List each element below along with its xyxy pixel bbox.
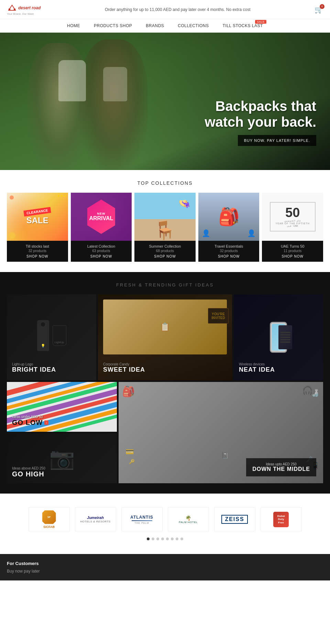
collection-card-arrival[interactable]: NEW ARRIVAL Latest Collection 63 product…	[71, 193, 132, 262]
collection-name-travel: Travel Essentials	[202, 244, 256, 248]
nav-brands[interactable]: BRANDS	[146, 23, 164, 28]
gift-card-golow[interactable]: Ideas under AED 50 GO LOW ↓	[7, 382, 117, 432]
nav-products[interactable]: PRODUCTS SHOP	[94, 23, 132, 28]
collection-image-arrival: NEW ARRIVAL	[71, 193, 132, 241]
navigation: HOME PRODUCTS SHOP BRANDS COLLECTIONS TI…	[0, 19, 330, 33]
gift-title-candy: SWEET IDEA	[103, 366, 145, 373]
gift-ideas-title: FRESH & TRENDING GIFT IDEAS	[7, 282, 323, 287]
sale-badge: SALE	[255, 20, 266, 24]
gift-title-lightup: BRIGHT IDEA	[12, 366, 56, 373]
gift-label-gohigh: Ideas above AED 250	[12, 466, 45, 470]
brand-atlantis[interactable]: ATLANTIS THE PALM	[121, 507, 163, 531]
collections-title: TOP COLLECTIONS	[7, 180, 323, 186]
svg-rect-2	[14, 9, 15, 10]
gift-title-wireless: NEAT IDEA	[239, 366, 275, 373]
dot-2[interactable]	[152, 538, 154, 540]
footer: For Customers Buy now pay later	[0, 554, 330, 580]
gift-ideas-section: FRESH & TRENDING GIFT IDEAS 💡 LightUp Li…	[0, 272, 330, 494]
collection-info-arrival: Latest Collection 63 products SHOP NOW	[71, 241, 132, 262]
collections-grid: CLEARANCE SALE ★ ★ ★ Till stocks last 32…	[7, 193, 323, 262]
collection-count-clearance: 32 products	[10, 249, 65, 253]
collection-shop-summer[interactable]: SHOP NOW	[138, 255, 192, 258]
hero-headline: Backpacks that watch your back.	[205, 98, 316, 130]
dot-4[interactable]	[161, 538, 164, 540]
collection-name-uae: UAE Turns 50	[265, 244, 320, 248]
collection-card-clearance[interactable]: CLEARANCE SALE ★ ★ ★ Till stocks last 32…	[7, 193, 68, 262]
collection-image-clearance: CLEARANCE SALE ★ ★ ★	[7, 193, 68, 241]
collection-image-uae: 50 عام الخمسين YEAR OF THE FIFTIETH ف‌ن …	[262, 193, 323, 241]
hero-cta-button[interactable]: BUY NOW. PAY LATER! SIMPLE.	[238, 135, 316, 146]
dot-8[interactable]	[180, 538, 183, 540]
collection-info-clearance: Till stocks last 32 products SHOP NOW	[7, 241, 68, 262]
brand-carousel-dots	[7, 538, 323, 540]
collection-count-arrival: 63 products	[74, 249, 129, 253]
nav-collections[interactable]: COLLECTIONS	[178, 23, 209, 28]
hero-banner: Backpacks that watch your back. BUY NOW.…	[0, 33, 330, 170]
dot-1[interactable]	[147, 538, 150, 540]
logo-brand: desert road	[18, 5, 41, 10]
dot-7[interactable]	[176, 538, 178, 540]
gift-label-candy: Corporate Candy	[103, 362, 145, 366]
announcement-bar: Order anything for up to 11,000 AED and …	[41, 7, 315, 12]
gift-label-wireless: Wireless devices	[239, 362, 275, 366]
collection-card-travel[interactable]: 🎒 👤 👤 Travel Essentials 32 products SHOP…	[198, 193, 260, 262]
collection-info-summer: Summer Collection 68 products SHOP NOW	[134, 241, 196, 262]
nav-till-stocks[interactable]: TILL STOCKS LAST SALE	[223, 23, 263, 28]
gift-card-downmiddle[interactable]: 🎒 🎧 🍶 💳 📓 🗝️ 🔑 📱 Ideas upto AED 250 DOWN…	[119, 382, 323, 483]
collection-shop-clearance[interactable]: SHOP NOW	[10, 255, 65, 258]
dot-6[interactable]	[171, 538, 174, 540]
gift-top-row: 💡 LightUp Light-up Logo BRIGHT IDEA 📋 YO…	[7, 294, 323, 380]
gift-card-lightup[interactable]: 💡 LightUp Light-up Logo BRIGHT IDEA	[7, 294, 96, 380]
collection-image-travel: 🎒 👤 👤	[198, 193, 260, 241]
gift-card-wireless[interactable]: Wireless devices NEAT IDEA	[234, 294, 323, 380]
collection-name-clearance: Till stocks last	[10, 244, 65, 248]
hero-content: Backpacks that watch your back. BUY NOW.…	[205, 98, 316, 146]
gift-left-col: Ideas under AED 50 GO LOW ↓ 📷 Ideas abov…	[7, 382, 117, 483]
collection-count-summer: 68 products	[138, 249, 192, 253]
gift-title-downmiddle: DOWN THE MIDDLE	[252, 466, 310, 472]
collection-shop-travel[interactable]: SHOP NOW	[202, 255, 256, 258]
collections-section: TOP COLLECTIONS CLEARANCE SALE ★ ★ ★ Til…	[0, 170, 330, 272]
cart-icon[interactable]: 🛒 0	[315, 5, 323, 14]
brand-dubai-duty-free[interactable]: DubaiDutyFree	[261, 507, 302, 531]
dot-3[interactable]	[156, 538, 159, 540]
brand-jumeirah[interactable]: Jumeirah HOTELS & RESORTS	[75, 507, 116, 531]
collection-count-travel: 32 products	[202, 249, 256, 253]
gift-label-lightup: Light-up Logo	[12, 362, 56, 366]
logo-tagline: Your Brand. Our Ware	[7, 12, 34, 15]
brands-section: SF SICFAB Jumeirah HOTELS & RESORTS ATLA…	[0, 494, 330, 554]
gift-bottom-row: Ideas under AED 50 GO LOW ↓ 📷 Ideas abov…	[7, 382, 323, 483]
collection-count-uae: 11 products	[265, 249, 320, 253]
collection-card-summer[interactable]: 🪑 👒 Summer Collection 68 products SHOP N…	[134, 193, 196, 262]
collection-image-summer: 🪑 👒	[134, 193, 196, 241]
gift-title-gohigh: GO HIGH	[12, 470, 45, 478]
collection-info-travel: Travel Essentials 32 products SHOP NOW	[198, 241, 260, 262]
gift-label-downmiddle: Ideas upto AED 250	[252, 462, 310, 466]
gift-card-gohigh[interactable]: 📷 Ideas above AED 250 GO HIGH	[7, 433, 117, 483]
dot-5[interactable]	[166, 538, 169, 540]
collection-info-uae: UAE Turns 50 11 products SHOP NOW	[262, 241, 323, 262]
svg-rect-1	[9, 9, 10, 10]
gift-card-candy[interactable]: 📋 YOU'REINVITED Corporate Candy SWEET ID…	[98, 294, 232, 380]
brand-palm[interactable]: 🌴 PALM HOTEL	[168, 507, 209, 531]
header: desert road Your Brand. Our Ware Order a…	[0, 0, 330, 19]
cart-badge: 0	[320, 4, 324, 9]
logo[interactable]: desert road Your Brand. Our Ware	[7, 3, 41, 15]
brand-zeiss[interactable]: ZEISS	[214, 507, 255, 531]
gift-title-golow: GO LOW	[12, 419, 43, 427]
collection-shop-arrival[interactable]: SHOP NOW	[74, 255, 129, 258]
gift-label-golow: Ideas under AED 50	[12, 415, 48, 419]
brands-grid: SF SICFAB Jumeirah HOTELS & RESORTS ATLA…	[7, 507, 323, 531]
collection-card-uae[interactable]: 50 عام الخمسين YEAR OF THE FIFTIETH ف‌ن …	[262, 193, 323, 262]
footer-for-customers: For Customers	[7, 561, 323, 566]
brand-sicfab[interactable]: SF SICFAB	[29, 507, 70, 531]
footer-buy-now-link[interactable]: Buy now pay later	[7, 569, 323, 574]
collection-name-summer: Summer Collection	[138, 244, 192, 248]
collection-shop-uae[interactable]: SHOP NOW	[265, 255, 320, 258]
collection-name-arrival: Latest Collection	[74, 244, 129, 248]
nav-home[interactable]: HOME	[67, 23, 80, 28]
